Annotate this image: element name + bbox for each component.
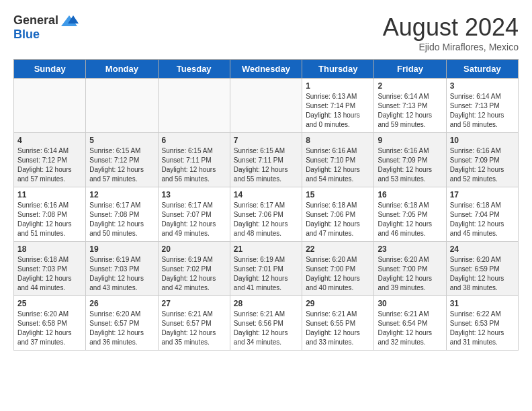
calendar-cell: 28Sunrise: 6:21 AM Sunset: 6:56 PM Dayli… (230, 296, 302, 351)
week-row-1: 1Sunrise: 6:13 AM Sunset: 7:14 PM Daylig… (14, 79, 519, 133)
calendar-cell: 12Sunrise: 6:17 AM Sunset: 7:08 PM Dayli… (86, 187, 158, 242)
calendar-cell: 8Sunrise: 6:16 AM Sunset: 7:10 PM Daylig… (302, 133, 374, 187)
calendar-cell (14, 79, 86, 133)
day-number: 10 (450, 136, 515, 145)
day-number: 3 (450, 81, 515, 91)
weekday-header-monday: Monday (86, 60, 158, 79)
day-info: Sunrise: 6:18 AM Sunset: 7:06 PM Dayligh… (306, 201, 370, 238)
day-number: 17 (450, 190, 515, 199)
day-info: Sunrise: 6:13 AM Sunset: 7:14 PM Dayligh… (306, 92, 370, 130)
weekday-header-thursday: Thursday (302, 60, 374, 79)
day-number: 19 (89, 244, 154, 254)
weekday-header-wednesday: Wednesday (230, 60, 302, 79)
day-number: 1 (306, 81, 370, 91)
logo-icon (60, 14, 79, 28)
day-number: 29 (306, 299, 370, 308)
calendar-cell: 27Sunrise: 6:21 AM Sunset: 6:57 PM Dayli… (158, 296, 230, 351)
logo: General Blue (13, 13, 79, 42)
calendar-cell: 21Sunrise: 6:19 AM Sunset: 7:01 PM Dayli… (230, 242, 302, 296)
day-info: Sunrise: 6:20 AM Sunset: 7:00 PM Dayligh… (306, 255, 370, 293)
calendar-cell: 4Sunrise: 6:14 AM Sunset: 7:12 PM Daylig… (14, 133, 86, 187)
day-info: Sunrise: 6:21 AM Sunset: 6:57 PM Dayligh… (162, 310, 226, 347)
day-info: Sunrise: 6:20 AM Sunset: 6:57 PM Dayligh… (89, 310, 154, 347)
day-info: Sunrise: 6:16 AM Sunset: 7:09 PM Dayligh… (450, 146, 515, 184)
day-number: 7 (234, 136, 298, 145)
week-row-4: 18Sunrise: 6:18 AM Sunset: 7:03 PM Dayli… (14, 242, 519, 296)
day-info: Sunrise: 6:18 AM Sunset: 7:05 PM Dayligh… (378, 201, 442, 238)
calendar-cell: 16Sunrise: 6:18 AM Sunset: 7:05 PM Dayli… (374, 187, 446, 242)
calendar-cell: 3Sunrise: 6:14 AM Sunset: 7:13 PM Daylig… (446, 79, 518, 133)
day-info: Sunrise: 6:14 AM Sunset: 7:12 PM Dayligh… (17, 146, 82, 184)
day-info: Sunrise: 6:15 AM Sunset: 7:11 PM Dayligh… (162, 146, 226, 184)
calendar-cell: 24Sunrise: 6:20 AM Sunset: 6:59 PM Dayli… (446, 242, 518, 296)
day-number: 26 (89, 299, 154, 308)
month-year: August 2024 (383, 13, 519, 42)
calendar-cell: 18Sunrise: 6:18 AM Sunset: 7:03 PM Dayli… (14, 242, 86, 296)
calendar-cell: 13Sunrise: 6:17 AM Sunset: 7:07 PM Dayli… (158, 187, 230, 242)
day-info: Sunrise: 6:19 AM Sunset: 7:02 PM Dayligh… (162, 255, 226, 293)
day-number: 11 (17, 190, 82, 199)
day-info: Sunrise: 6:20 AM Sunset: 7:00 PM Dayligh… (378, 255, 442, 293)
day-info: Sunrise: 6:21 AM Sunset: 6:55 PM Dayligh… (306, 310, 370, 347)
day-number: 12 (89, 190, 154, 199)
day-number: 16 (378, 190, 442, 199)
weekday-header-saturday: Saturday (446, 60, 518, 79)
week-row-2: 4Sunrise: 6:14 AM Sunset: 7:12 PM Daylig… (14, 133, 519, 187)
weekday-header-sunday: Sunday (14, 60, 86, 79)
day-info: Sunrise: 6:17 AM Sunset: 7:08 PM Dayligh… (89, 201, 154, 238)
day-number: 21 (234, 244, 298, 254)
day-info: Sunrise: 6:15 AM Sunset: 7:11 PM Dayligh… (234, 146, 298, 184)
calendar-cell: 31Sunrise: 6:22 AM Sunset: 6:53 PM Dayli… (446, 296, 518, 351)
day-info: Sunrise: 6:20 AM Sunset: 6:58 PM Dayligh… (17, 310, 82, 347)
calendar-cell: 30Sunrise: 6:21 AM Sunset: 6:54 PM Dayli… (374, 296, 446, 351)
calendar-cell: 22Sunrise: 6:20 AM Sunset: 7:00 PM Dayli… (302, 242, 374, 296)
calendar-cell: 11Sunrise: 6:16 AM Sunset: 7:08 PM Dayli… (14, 187, 86, 242)
day-info: Sunrise: 6:16 AM Sunset: 7:09 PM Dayligh… (378, 146, 442, 184)
day-number: 9 (378, 136, 442, 145)
weekday-header-tuesday: Tuesday (158, 60, 230, 79)
day-number: 6 (162, 136, 226, 145)
day-info: Sunrise: 6:14 AM Sunset: 7:13 PM Dayligh… (450, 92, 515, 130)
day-number: 30 (378, 299, 442, 308)
day-info: Sunrise: 6:22 AM Sunset: 6:53 PM Dayligh… (450, 310, 515, 347)
day-info: Sunrise: 6:18 AM Sunset: 7:04 PM Dayligh… (450, 201, 515, 238)
day-number: 15 (306, 190, 370, 199)
calendar-cell: 25Sunrise: 6:20 AM Sunset: 6:58 PM Dayli… (14, 296, 86, 351)
day-number: 28 (234, 299, 298, 308)
day-number: 13 (162, 190, 226, 199)
calendar-cell: 19Sunrise: 6:19 AM Sunset: 7:03 PM Dayli… (86, 242, 158, 296)
day-number: 18 (17, 244, 82, 254)
calendar-cell: 10Sunrise: 6:16 AM Sunset: 7:09 PM Dayli… (446, 133, 518, 187)
day-number: 25 (17, 299, 82, 308)
day-info: Sunrise: 6:15 AM Sunset: 7:12 PM Dayligh… (89, 146, 154, 184)
day-info: Sunrise: 6:20 AM Sunset: 6:59 PM Dayligh… (450, 255, 515, 293)
weekday-header-row: SundayMondayTuesdayWednesdayThursdayFrid… (14, 60, 519, 79)
calendar-cell: 9Sunrise: 6:16 AM Sunset: 7:09 PM Daylig… (374, 133, 446, 187)
calendar-cell (86, 79, 158, 133)
title-block: August 2024 Ejido Miraflores, Mexico (383, 13, 519, 52)
day-number: 23 (378, 244, 442, 254)
day-info: Sunrise: 6:16 AM Sunset: 7:08 PM Dayligh… (17, 201, 82, 238)
day-number: 8 (306, 136, 370, 145)
calendar-table: SundayMondayTuesdayWednesdayThursdayFrid… (13, 59, 519, 351)
calendar-cell: 26Sunrise: 6:20 AM Sunset: 6:57 PM Dayli… (86, 296, 158, 351)
day-number: 5 (89, 136, 154, 145)
logo-blue-text: Blue (13, 28, 40, 41)
calendar-cell: 15Sunrise: 6:18 AM Sunset: 7:06 PM Dayli… (302, 187, 374, 242)
calendar-cell: 17Sunrise: 6:18 AM Sunset: 7:04 PM Dayli… (446, 187, 518, 242)
day-info: Sunrise: 6:14 AM Sunset: 7:13 PM Dayligh… (378, 92, 442, 130)
page: General Blue August 2024 Ejido Miraflore… (0, 0, 532, 357)
day-info: Sunrise: 6:16 AM Sunset: 7:10 PM Dayligh… (306, 146, 370, 184)
calendar-cell: 1Sunrise: 6:13 AM Sunset: 7:14 PM Daylig… (302, 79, 374, 133)
day-number: 20 (162, 244, 226, 254)
calendar-cell: 5Sunrise: 6:15 AM Sunset: 7:12 PM Daylig… (86, 133, 158, 187)
day-number: 4 (17, 136, 82, 145)
calendar-cell: 6Sunrise: 6:15 AM Sunset: 7:11 PM Daylig… (158, 133, 230, 187)
header: General Blue August 2024 Ejido Miraflore… (13, 13, 519, 52)
day-number: 24 (450, 244, 515, 254)
calendar-cell: 29Sunrise: 6:21 AM Sunset: 6:55 PM Dayli… (302, 296, 374, 351)
calendar-cell: 7Sunrise: 6:15 AM Sunset: 7:11 PM Daylig… (230, 133, 302, 187)
week-row-5: 25Sunrise: 6:20 AM Sunset: 6:58 PM Dayli… (14, 296, 519, 351)
logo-general-text: General (13, 13, 58, 28)
day-info: Sunrise: 6:17 AM Sunset: 7:07 PM Dayligh… (162, 201, 226, 238)
